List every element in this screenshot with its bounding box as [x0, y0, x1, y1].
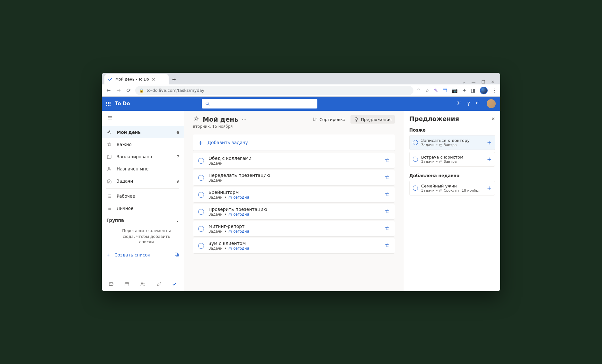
task-item[interactable]: Митинг-репорт Задачи• сегодня	[193, 221, 395, 236]
hamburger-icon[interactable]	[102, 111, 184, 126]
task-item[interactable]: Зум с клиентом Задачи• сегодня	[193, 238, 395, 253]
svg-rect-14	[229, 230, 232, 233]
task-checkbox[interactable]	[413, 140, 418, 145]
plus-icon: +	[106, 252, 110, 257]
task-checkbox[interactable]	[198, 243, 204, 249]
nav-assigned[interactable]: Назначен мне	[102, 163, 184, 175]
reload-button[interactable]: ⟳	[125, 86, 132, 95]
star-icon[interactable]	[385, 226, 390, 232]
add-task-input[interactable]: + Добавить задачу	[193, 134, 395, 151]
nav-important[interactable]: Важно	[102, 138, 184, 151]
menu-icon[interactable]: ⋮	[492, 88, 497, 93]
task-meta: Задачи• сегодня	[208, 229, 380, 234]
camera-icon[interactable]: 📷	[452, 88, 458, 93]
add-suggestion-icon[interactable]: +	[487, 139, 491, 146]
people-icon[interactable]	[140, 282, 145, 288]
suggestions-button[interactable]: Предложения	[350, 115, 395, 124]
nav-planned[interactable]: Запланировано 7	[102, 151, 184, 163]
suggestion-item[interactable]: Встреча с юристом Задачи• Завтра +	[409, 152, 495, 167]
suggestion-item[interactable]: Семейный ужин Задачи• Срок: пт, 18 ноябр…	[409, 181, 495, 195]
settings-icon[interactable]	[456, 100, 461, 107]
svg-rect-16	[440, 144, 442, 146]
add-suggestion-icon[interactable]: +	[487, 156, 491, 162]
new-tab-button[interactable]: +	[169, 74, 179, 84]
browser-tab[interactable]: Мой день - To Do ✕	[104, 74, 169, 84]
main-header: Мой день ⋯ Сортировка Предложения	[193, 115, 395, 124]
megaphone-icon[interactable]	[476, 100, 481, 107]
task-checkbox[interactable]	[413, 186, 418, 191]
create-list-button[interactable]: + Создать список	[102, 249, 184, 261]
svg-rect-17	[440, 161, 442, 163]
svg-point-11	[195, 118, 198, 120]
nav-label: Запланировано	[117, 154, 172, 159]
task-item[interactable]: Брейншторм Задачи• сегодня	[193, 187, 395, 202]
task-checkbox[interactable]	[198, 158, 204, 164]
forward-button[interactable]: →	[115, 86, 122, 95]
minimize-icon[interactable]: —	[471, 80, 475, 84]
nav-tasks[interactable]: Задачи 9	[102, 175, 184, 187]
suggestion-section-label: Позже	[409, 127, 495, 133]
close-window-icon[interactable]: ✕	[491, 80, 494, 84]
svg-point-2	[108, 131, 110, 133]
task-checkbox[interactable]	[198, 192, 204, 198]
svg-rect-12	[229, 196, 232, 199]
close-icon[interactable]: ✕	[491, 116, 495, 121]
feather-icon[interactable]: ✎	[434, 88, 438, 93]
attach-icon[interactable]	[156, 282, 161, 288]
task-item[interactable]: Обед с коллегами Задачи	[193, 153, 395, 168]
side-panel-icon[interactable]: ◨	[471, 88, 475, 93]
star-icon[interactable]	[385, 175, 390, 181]
list-icon	[106, 206, 112, 211]
puzzle-icon[interactable]: ✦	[462, 88, 466, 93]
add-suggestion-icon[interactable]: +	[487, 185, 491, 191]
suggestion-item[interactable]: Записаться к доктору Задачи• Завтра +	[409, 135, 495, 150]
task-title: Зум с клиентом	[208, 241, 380, 246]
task-item[interactable]: Проверить презентацию Задачи• сегодня	[193, 204, 395, 219]
task-checkbox[interactable]	[198, 175, 204, 181]
chevron-down-icon[interactable]: ⌄	[462, 80, 466, 84]
search-input[interactable]	[202, 99, 317, 108]
star-icon	[106, 142, 112, 147]
star-icon[interactable]	[385, 192, 390, 198]
close-tab-icon[interactable]: ✕	[152, 77, 155, 82]
help-icon[interactable]: ?	[467, 101, 470, 107]
mail-icon[interactable]	[109, 282, 114, 288]
nav-custom-work[interactable]: Рабочее	[102, 190, 184, 202]
nav-custom-personal[interactable]: Личное	[102, 202, 184, 214]
translate-icon[interactable]: 🗔	[442, 88, 447, 93]
maximize-icon[interactable]: ☐	[481, 80, 485, 84]
nav-label: Рабочее	[117, 194, 179, 199]
todo-icon[interactable]	[172, 282, 177, 288]
app-launcher-icon[interactable]	[106, 102, 111, 106]
task-item[interactable]: Переделать презентацию Задачи	[193, 170, 395, 185]
task-checkbox[interactable]	[198, 209, 204, 215]
group-header[interactable]: Группа ⌄	[102, 214, 184, 226]
more-options-icon[interactable]: ⋯	[242, 117, 247, 123]
svg-rect-13	[229, 213, 232, 216]
calendar-icon	[106, 154, 112, 159]
task-checkbox[interactable]	[198, 226, 204, 232]
task-list: Обед с коллегами Задачи Переделать презе…	[193, 153, 395, 255]
task-meta: Задачи• сегодня	[208, 212, 380, 217]
url-text: to-do.live.com/tasks/myday	[146, 88, 204, 93]
create-group-icon[interactable]	[174, 252, 179, 258]
plus-icon: +	[198, 139, 203, 146]
sort-button[interactable]: Сортировка	[309, 115, 349, 124]
sort-label: Сортировка	[319, 117, 345, 122]
task-checkbox[interactable]	[413, 157, 418, 162]
svg-point-4	[108, 167, 110, 169]
user-avatar[interactable]	[487, 99, 496, 108]
star-icon[interactable]	[385, 158, 390, 164]
star-icon[interactable]	[385, 209, 390, 215]
task-meta: Задачи	[208, 161, 380, 166]
address-bar[interactable]: 🔒 to-do.live.com/tasks/myday	[135, 86, 413, 95]
calendar-icon[interactable]	[124, 282, 129, 288]
person-icon	[106, 166, 112, 171]
back-button[interactable]: ←	[105, 86, 112, 95]
star-icon[interactable]	[385, 243, 390, 249]
bookmark-icon[interactable]: ☆	[425, 88, 429, 93]
divider	[106, 188, 179, 189]
nav-my-day[interactable]: Мой день 6	[102, 126, 184, 138]
share-icon[interactable]: ⇧	[417, 88, 421, 93]
profile-avatar[interactable]	[480, 87, 488, 94]
